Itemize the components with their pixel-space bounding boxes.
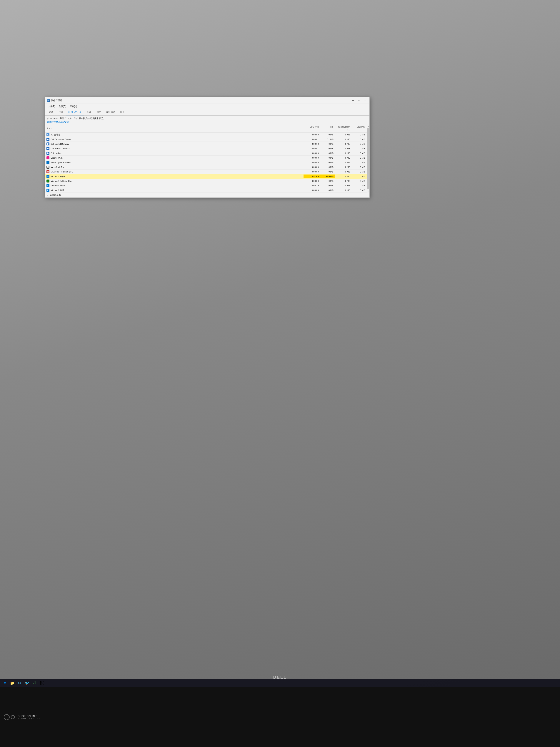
camera-circles — [4, 714, 15, 720]
col-network-header[interactable]: 网络 — [320, 125, 335, 132]
app-name-cell: D Dell Customer Connect — [45, 137, 303, 141]
app-name-text: McAfee® Personal Se... — [51, 171, 73, 173]
tab-services[interactable]: 服务 — [117, 109, 127, 115]
tile-cell: 0 MB — [352, 137, 367, 141]
taskbar-photos-icon[interactable]: 🖼 — [38, 680, 45, 687]
menu-file[interactable]: 文件(F) — [47, 104, 57, 108]
clear-history-link[interactable]: 删除使用情况历史记录 — [45, 121, 369, 125]
scroll-thumb[interactable] — [367, 128, 369, 189]
cpu-cell: 0:00:00 — [303, 133, 320, 136]
sort-arrow-icon: ∧ — [51, 127, 53, 129]
taskbar-explorer-icon[interactable]: 📁 — [9, 680, 16, 687]
table-row[interactable]: D Dell Update 0:00:00 0 MB 0 MB 0 MB — [45, 151, 369, 156]
table-row[interactable]: ♠ Microsoft Solitaire Col... 0:00:00 0 M… — [45, 179, 369, 183]
app-name-cell: 3D 3D 查看器 — [45, 132, 303, 137]
col-cpu-header[interactable]: CPU 时间 — [303, 125, 320, 132]
tile-cell: 0 MB — [352, 165, 367, 169]
col-name-header[interactable]: 名称 ∧ — [45, 125, 303, 132]
tile-cell: 0 MB — [352, 151, 367, 155]
metered-cell: 0 MB — [335, 142, 352, 146]
cpu-cell: 0:00:00 — [303, 188, 320, 192]
app-icon: M — [47, 165, 49, 169]
maximize-button[interactable]: □ — [356, 98, 362, 102]
table-row[interactable]: M McAfee® Personal Se... 0:00:00 0 MB 0 … — [45, 170, 369, 174]
app-name-cell: e Microsoft Edge — [45, 174, 303, 179]
taskbar-edge-icon[interactable]: e — [1, 680, 8, 687]
menu-view[interactable]: 查看(V) — [68, 104, 79, 108]
tab-details[interactable]: 详细信息 — [104, 109, 117, 115]
app-name-text: 3D 查看器 — [51, 133, 60, 136]
app-name-cell: ♠ Microsoft Solitaire Col... — [45, 179, 303, 183]
table-row[interactable]: D Dell Customer Connect 0:00:01 0.1 MB 0… — [45, 137, 369, 142]
app-icon: S — [47, 184, 49, 187]
app-name-cell: i Intel® Optane™ Mem... — [45, 160, 303, 165]
screen-background: ▦ 任务管理器 — □ ✕ 文件(F) 选项(O) 查看(V) 进程 性能 应用… — [0, 0, 560, 747]
table-row[interactable]: M MaxxAudioPro 0:00:00 0 MB 0 MB 0 MB — [45, 165, 369, 170]
cpu-cell: 0:00:00 — [303, 151, 320, 155]
app-name-cell: D Dell Mobile Connect — [45, 146, 303, 151]
table-row[interactable]: e Microsoft Edge 0:52:48 31.6 MB 0 MB 0 … — [45, 174, 369, 179]
app-rows-container: 3D 3D 查看器 0:00:00 0 MB 0 MB 0 MB D Dell … — [45, 132, 369, 193]
metered-cell: 0 MB — [335, 179, 352, 183]
title-bar: ▦ 任务管理器 — □ ✕ — [45, 97, 369, 104]
app-name-text: Microsoft Store — [51, 184, 65, 187]
col-tile-header[interactable]: 磁贴更新 — [352, 125, 367, 132]
table-row[interactable]: P Microsoft 照片 0:00:00 0 MB 0 MB 0 MB — [45, 188, 369, 193]
tile-cell: 0 MB — [352, 133, 367, 136]
tile-cell: 0 MB — [352, 142, 367, 146]
app-name-text: Intel® Optane™ Mem... — [51, 161, 73, 163]
app-icon: i — [47, 161, 49, 164]
window-title: 任务管理器 — [51, 99, 62, 102]
network-cell: 31.6 MB — [320, 175, 335, 178]
scrollbar[interactable]: ▲ ▼ — [367, 125, 369, 193]
tab-process[interactable]: 进程 — [47, 109, 56, 115]
app-name-cell: P Microsoft 照片 — [45, 188, 303, 192]
network-cell: 0 MB — [320, 184, 335, 187]
taskbar-mail-icon[interactable]: ✉ — [16, 680, 23, 687]
app-icon: D — [47, 138, 49, 141]
camera-outer-circle — [4, 714, 10, 720]
tile-cell: 0 MB — [352, 156, 367, 160]
table-wrapper: 名称 ∧ CPU 时间 网络 按流量计费的网... 磁贴更新 3D 3D 查看器… — [45, 125, 369, 193]
cpu-cell: 0:00:00 — [303, 161, 320, 164]
taskbar-app3-icon[interactable]: 🐦 — [24, 680, 30, 687]
table-row[interactable]: 3D 3D 查看器 0:00:00 0 MB 0 MB 0 MB — [45, 132, 369, 137]
tile-cell: 0 MB — [352, 170, 367, 174]
network-cell: 0 MB — [320, 133, 335, 136]
network-cell: 0 MB — [320, 161, 335, 164]
cpu-cell: 0:00:00 — [303, 165, 320, 169]
app-name-cell: D Dell Digital Delivery — [45, 142, 303, 146]
table-row[interactable]: ♪ Groove 音乐 0:00:00 0 MB 0 MB 0 MB — [45, 156, 369, 160]
table-row[interactable]: D Dell Digital Delivery 0:00:18 0 MB 0 M… — [45, 142, 369, 146]
cpu-cell: 0:00:00 — [303, 156, 320, 160]
taskbar: e 📁 ✉ 🐦 🛡 🖼 — [0, 679, 560, 687]
tab-startup[interactable]: 启动 — [84, 109, 94, 115]
app-icon: P — [47, 189, 49, 192]
table-row[interactable]: S Microsoft Store 0:00:39 0 MB 0 MB 0 MB — [45, 183, 369, 188]
scroll-up-button[interactable]: ▲ — [367, 125, 369, 127]
tab-performance[interactable]: 性能 — [56, 109, 66, 115]
table-row[interactable]: D Dell Mobile Connect 0:00:01 0 MB 0 MB … — [45, 146, 369, 151]
scroll-down-button[interactable]: ▼ — [367, 190, 369, 193]
status-bar[interactable]: ∧ 简略信息(D) — [45, 193, 369, 198]
metered-cell: 0 MB — [335, 133, 352, 136]
app-name-cell: D Dell Update — [45, 151, 303, 155]
app-icon: D — [47, 152, 49, 155]
minimize-button[interactable]: — — [351, 98, 356, 102]
menu-options[interactable]: 选项(O) — [57, 104, 68, 108]
close-button[interactable]: ✕ — [363, 98, 368, 102]
taskbar-app4-icon[interactable]: 🛡 — [31, 680, 38, 687]
col-metered-header[interactable]: 按流量计费的网... — [335, 125, 352, 132]
watermark-sub: AI DUAL CAMERA — [18, 718, 40, 720]
info-bar: 自 2020/9/22/星期二 以来，当前用户帐户的资源使用情况。 — [45, 115, 369, 121]
cpu-cell: 0:00:00 — [303, 179, 320, 183]
network-cell: 0.1 MB — [320, 137, 335, 141]
tabs-bar: 进程 性能 应用历史记录 启动 用户 详细信息 服务 — [45, 109, 369, 115]
app-name-text: Microsoft 照片 — [51, 189, 64, 192]
app-name-text: Dell Mobile Connect — [51, 148, 70, 150]
app-name-text: Groove 音乐 — [51, 157, 62, 159]
tab-app-history[interactable]: 应用历史记录 — [66, 109, 84, 115]
table-row[interactable]: i Intel® Optane™ Mem... 0:00:00 0 MB 0 M… — [45, 160, 369, 165]
title-buttons: — □ ✕ — [351, 98, 368, 102]
tab-users[interactable]: 用户 — [94, 109, 104, 115]
